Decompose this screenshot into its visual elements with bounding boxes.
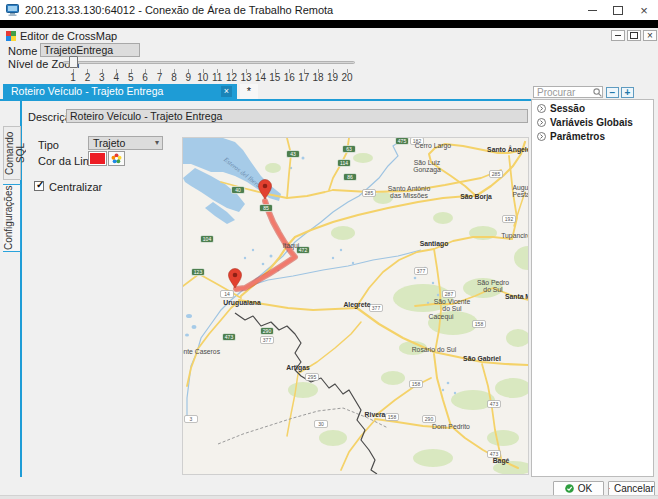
descricao-input[interactable] — [66, 109, 528, 123]
map-green-area — [413, 449, 453, 467]
svg-text:287: 287 — [445, 291, 454, 297]
map-road-shield: 158 — [473, 321, 486, 328]
zoom-slider-track[interactable] — [63, 61, 355, 64]
svg-text:63: 63 — [346, 146, 352, 152]
map-lake — [352, 262, 354, 264]
svg-text:285: 285 — [365, 190, 374, 196]
map-town-label: São Gabriel — [463, 355, 501, 362]
map-green-area — [433, 212, 453, 224]
cancel-button[interactable]: Cancelar — [608, 481, 655, 496]
zoom-slider[interactable]: 1234567891011121314151617181920 — [63, 56, 359, 82]
tree-item-sessão[interactable]: Sessão — [537, 103, 653, 114]
centralizar-checkbox[interactable]: ✓ — [34, 181, 44, 191]
color-picker-button[interactable] — [108, 151, 125, 166]
svg-text:473: 473 — [225, 334, 234, 340]
rdp-title: 200.213.33.130:64012 - Conexão de Área d… — [25, 0, 333, 20]
map-town-label: Santo Ângelo — [487, 145, 528, 154]
map-town-label: Santa Maria — [505, 293, 528, 300]
map-road-shield: 377 — [415, 268, 428, 275]
tab-roteiro-veiculo[interactable]: Roteiro Veículo - Trajeto Entrega × — [3, 84, 237, 99]
parameters-tree-panel: SessãoVariáveis GlobaisParâmetros — [531, 99, 654, 477]
side-tab-configuracoes[interactable]: Configurações — [3, 184, 21, 252]
editor-restore-icon[interactable] — [627, 30, 641, 41]
tree-item-label: Parâmetros — [550, 131, 605, 142]
map-town-label: Santiago — [420, 240, 449, 248]
map-lake — [414, 277, 417, 280]
map-lake — [447, 382, 450, 385]
crossmap-app-icon — [6, 31, 16, 41]
tree-item-variáveis-globais[interactable]: Variáveis Globais — [537, 117, 653, 128]
map-town-label: Rivera — [365, 411, 386, 418]
editor-close-icon[interactable]: × — [643, 30, 657, 41]
map-green-area — [353, 153, 373, 163]
map-road-shield: 290 — [423, 416, 436, 423]
svg-text:14: 14 — [224, 291, 230, 297]
collapse-all-button[interactable]: − — [606, 87, 619, 98]
map-road-shield: 86 — [344, 174, 357, 181]
zoom-slider-thumb[interactable] — [69, 56, 78, 68]
map-road-shield: 14 — [221, 291, 234, 298]
map-lake — [192, 325, 197, 329]
map-road-shield: 3 — [185, 416, 198, 423]
svg-text:158: 158 — [412, 381, 421, 387]
map-town-label: Monte Caseros — [183, 348, 221, 355]
map-lake — [185, 334, 189, 337]
side-tab-comando-sql[interactable]: Comando SQL — [3, 126, 21, 180]
tree-item-label: Sessão — [550, 103, 585, 114]
map-green-area — [288, 382, 318, 398]
map-road-shield: 114 — [338, 160, 351, 167]
rdp-icon — [6, 4, 19, 16]
expand-circle-icon[interactable] — [537, 132, 546, 141]
map-green-area — [265, 163, 281, 173]
nome-input[interactable] — [40, 43, 140, 57]
map-green-area — [331, 226, 355, 240]
map-town-label: Itaqui — [283, 242, 300, 250]
map-road-shield: 295 — [306, 374, 319, 381]
rdp-minimize-icon[interactable] — [580, 0, 604, 20]
map-town-label: Santo Antônio — [388, 185, 431, 192]
svg-text:473: 473 — [490, 451, 499, 457]
map-road-shield: 377 — [370, 305, 383, 312]
svg-text:30: 30 — [318, 421, 324, 427]
map-town-label: São Vicente — [434, 298, 471, 305]
svg-text:290: 290 — [263, 328, 272, 334]
map-view[interactable]: 4363114864085104123472475182290377473285… — [182, 137, 529, 475]
svg-text:472: 472 — [299, 247, 308, 253]
tree-item-parâmetros[interactable]: Parâmetros — [537, 131, 653, 142]
svg-text:285: 285 — [492, 171, 501, 177]
tree-item-label: Variáveis Globais — [550, 117, 633, 128]
rdp-close-icon[interactable]: × — [632, 0, 656, 20]
svg-text:377: 377 — [417, 268, 426, 274]
line-color-swatch[interactable] — [88, 151, 107, 166]
map-canvas[interactable]: 4363114864085104123472475182290377473285… — [183, 138, 528, 474]
map-town-label: do Sul — [483, 286, 503, 293]
map-town-label: do Sul — [442, 305, 462, 312]
tab-new[interactable]: * — [240, 84, 258, 99]
map-town-label: Cerro Largo — [415, 142, 451, 150]
map-town-label: Uruguaiana — [223, 299, 261, 307]
map-road-shield: 290 — [261, 328, 274, 335]
tab-accent-line — [0, 99, 531, 101]
expand-circle-icon[interactable] — [537, 104, 546, 113]
ok-button[interactable]: OK — [553, 481, 604, 496]
map-road-shield: 40 — [232, 187, 245, 194]
expand-all-button[interactable]: + — [621, 87, 634, 98]
editor-minimize-icon[interactable] — [611, 30, 625, 41]
map-lake — [442, 389, 444, 391]
map-lake — [186, 314, 192, 318]
svg-text:475: 475 — [398, 138, 407, 144]
svg-text:85: 85 — [263, 205, 269, 211]
map-road-shield: 123 — [192, 269, 205, 276]
tipo-label: Tipo — [38, 139, 59, 151]
map-town-label: Artigas — [286, 364, 310, 372]
svg-text:104: 104 — [203, 236, 212, 242]
svg-text:473: 473 — [490, 401, 499, 407]
map-road-shield: 287 — [443, 291, 456, 298]
expand-circle-icon[interactable] — [537, 118, 546, 127]
svg-text:377: 377 — [263, 337, 272, 343]
svg-text:295: 295 — [308, 374, 317, 380]
rdp-maximize-icon[interactable] — [606, 0, 630, 20]
tipo-dropdown[interactable]: Trajeto ▾ — [88, 136, 163, 150]
rdp-titlebar[interactable]: 200.213.33.130:64012 - Conexão de Área d… — [0, 0, 658, 21]
tab-close-icon[interactable]: × — [221, 86, 232, 97]
